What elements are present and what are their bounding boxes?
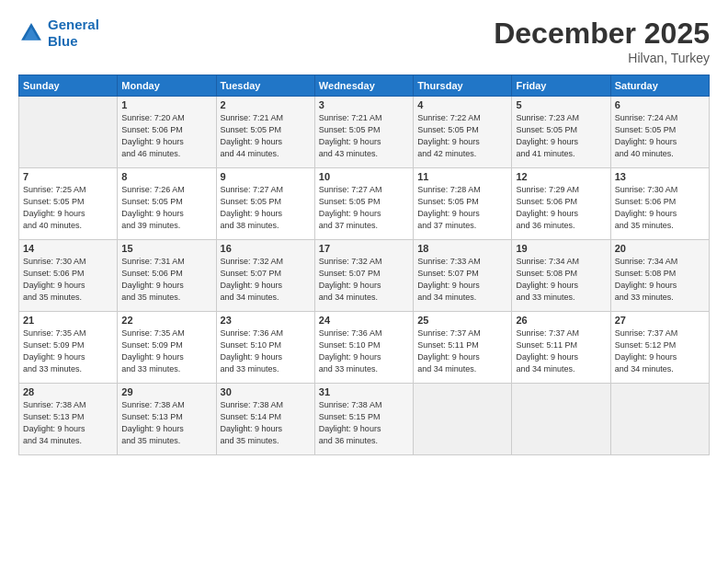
week-row-1: 1Sunrise: 7:20 AM Sunset: 5:06 PM Daylig… (19, 97, 710, 168)
cell-content: Sunrise: 7:30 AM Sunset: 5:06 PM Dayligh… (615, 184, 705, 232)
cell-content: Sunrise: 7:23 AM Sunset: 5:05 PM Dayligh… (516, 112, 606, 160)
day-number: 21 (23, 315, 113, 326)
day-number: 19 (516, 243, 606, 254)
col-sunday: Sunday (19, 75, 118, 97)
cell-content: Sunrise: 7:37 AM Sunset: 5:11 PM Dayligh… (516, 327, 606, 375)
col-tuesday: Tuesday (216, 75, 314, 97)
cell-content: Sunrise: 7:29 AM Sunset: 5:06 PM Dayligh… (516, 184, 606, 232)
calendar-cell (610, 384, 709, 455)
calendar-cell: 2Sunrise: 7:21 AM Sunset: 5:05 PM Daylig… (216, 97, 314, 168)
col-monday: Monday (118, 75, 216, 97)
logo-line1: General (48, 17, 99, 32)
cell-content: Sunrise: 7:37 AM Sunset: 5:11 PM Dayligh… (417, 327, 507, 375)
cell-content: Sunrise: 7:36 AM Sunset: 5:10 PM Dayligh… (221, 327, 311, 375)
day-number: 24 (319, 315, 409, 326)
day-number: 2 (221, 99, 311, 110)
calendar-cell: 20Sunrise: 7:34 AM Sunset: 5:08 PM Dayli… (610, 240, 709, 312)
cell-content: Sunrise: 7:38 AM Sunset: 5:13 PM Dayligh… (121, 399, 211, 447)
week-row-4: 21Sunrise: 7:35 AM Sunset: 5:09 PM Dayli… (19, 312, 710, 384)
cell-content: Sunrise: 7:22 AM Sunset: 5:05 PM Dayligh… (417, 112, 507, 160)
cell-content: Sunrise: 7:25 AM Sunset: 5:05 PM Dayligh… (23, 184, 113, 232)
col-wednesday: Wednesday (314, 75, 413, 97)
page: General Blue December 2025 Hilvan, Turke… (0, 0, 728, 563)
day-number: 12 (516, 171, 606, 182)
cell-content: Sunrise: 7:36 AM Sunset: 5:10 PM Dayligh… (319, 327, 409, 375)
cell-content: Sunrise: 7:35 AM Sunset: 5:09 PM Dayligh… (23, 327, 113, 375)
calendar-cell: 16Sunrise: 7:32 AM Sunset: 5:07 PM Dayli… (216, 240, 314, 312)
cell-content: Sunrise: 7:38 AM Sunset: 5:14 PM Dayligh… (221, 399, 311, 447)
calendar-cell: 7Sunrise: 7:25 AM Sunset: 5:05 PM Daylig… (19, 168, 118, 240)
cell-content: Sunrise: 7:34 AM Sunset: 5:08 PM Dayligh… (615, 256, 705, 304)
day-number: 17 (319, 243, 409, 254)
cell-content: Sunrise: 7:33 AM Sunset: 5:07 PM Dayligh… (417, 256, 507, 304)
day-number: 13 (615, 171, 705, 182)
calendar-cell: 17Sunrise: 7:32 AM Sunset: 5:07 PM Dayli… (314, 240, 413, 312)
logo-text: General Blue (48, 17, 99, 50)
cell-content: Sunrise: 7:32 AM Sunset: 5:07 PM Dayligh… (319, 256, 409, 304)
col-friday: Friday (512, 75, 610, 97)
week-row-5: 28Sunrise: 7:38 AM Sunset: 5:13 PM Dayli… (19, 384, 710, 455)
cell-content: Sunrise: 7:21 AM Sunset: 5:05 PM Dayligh… (319, 112, 409, 160)
day-number: 11 (417, 171, 507, 182)
cell-content: Sunrise: 7:38 AM Sunset: 5:13 PM Dayligh… (23, 399, 113, 447)
cell-content: Sunrise: 7:32 AM Sunset: 5:07 PM Dayligh… (221, 256, 311, 304)
day-number: 22 (121, 315, 211, 326)
day-number: 8 (121, 171, 211, 182)
calendar-cell: 31Sunrise: 7:38 AM Sunset: 5:15 PM Dayli… (314, 384, 413, 455)
calendar-cell (414, 384, 512, 455)
cell-content: Sunrise: 7:20 AM Sunset: 5:06 PM Dayligh… (121, 112, 211, 160)
calendar-cell: 11Sunrise: 7:28 AM Sunset: 5:05 PM Dayli… (414, 168, 512, 240)
cell-content: Sunrise: 7:21 AM Sunset: 5:05 PM Dayligh… (221, 112, 311, 160)
logo-line2: Blue (48, 33, 78, 49)
week-row-2: 7Sunrise: 7:25 AM Sunset: 5:05 PM Daylig… (19, 168, 710, 240)
calendar-cell: 28Sunrise: 7:38 AM Sunset: 5:13 PM Dayli… (19, 384, 118, 455)
day-number: 18 (417, 243, 507, 254)
calendar-cell: 21Sunrise: 7:35 AM Sunset: 5:09 PM Dayli… (19, 312, 118, 384)
calendar-cell: 22Sunrise: 7:35 AM Sunset: 5:09 PM Dayli… (118, 312, 216, 384)
calendar-cell (512, 384, 610, 455)
month-title: December 2025 (494, 17, 710, 51)
calendar-cell: 13Sunrise: 7:30 AM Sunset: 5:06 PM Dayli… (610, 168, 709, 240)
calendar-cell: 18Sunrise: 7:33 AM Sunset: 5:07 PM Dayli… (414, 240, 512, 312)
calendar-cell: 4Sunrise: 7:22 AM Sunset: 5:05 PM Daylig… (414, 97, 512, 168)
col-thursday: Thursday (414, 75, 512, 97)
calendar-cell: 25Sunrise: 7:37 AM Sunset: 5:11 PM Dayli… (414, 312, 512, 384)
calendar-cell: 24Sunrise: 7:36 AM Sunset: 5:10 PM Dayli… (314, 312, 413, 384)
day-number: 9 (221, 171, 311, 182)
day-number: 27 (615, 315, 705, 326)
day-number: 25 (417, 315, 507, 326)
cell-content: Sunrise: 7:27 AM Sunset: 5:05 PM Dayligh… (221, 184, 311, 232)
cell-content: Sunrise: 7:27 AM Sunset: 5:05 PM Dayligh… (319, 184, 409, 232)
day-number: 1 (121, 99, 211, 110)
title-block: December 2025 Hilvan, Turkey (494, 17, 710, 65)
cell-content: Sunrise: 7:34 AM Sunset: 5:08 PM Dayligh… (516, 256, 606, 304)
day-number: 4 (417, 99, 507, 110)
cell-content: Sunrise: 7:35 AM Sunset: 5:09 PM Dayligh… (121, 327, 211, 375)
calendar-cell: 14Sunrise: 7:30 AM Sunset: 5:06 PM Dayli… (19, 240, 118, 312)
calendar-cell: 26Sunrise: 7:37 AM Sunset: 5:11 PM Dayli… (512, 312, 610, 384)
logo-icon (18, 20, 44, 46)
cell-content: Sunrise: 7:30 AM Sunset: 5:06 PM Dayligh… (23, 256, 113, 304)
cell-content: Sunrise: 7:38 AM Sunset: 5:15 PM Dayligh… (319, 399, 409, 447)
col-saturday: Saturday (610, 75, 709, 97)
calendar-cell: 30Sunrise: 7:38 AM Sunset: 5:14 PM Dayli… (216, 384, 314, 455)
day-number: 20 (615, 243, 705, 254)
day-number: 6 (615, 99, 705, 110)
location-subtitle: Hilvan, Turkey (494, 51, 710, 65)
calendar-cell: 10Sunrise: 7:27 AM Sunset: 5:05 PM Dayli… (314, 168, 413, 240)
day-number: 16 (221, 243, 311, 254)
calendar-cell: 27Sunrise: 7:37 AM Sunset: 5:12 PM Dayli… (610, 312, 709, 384)
calendar-cell: 19Sunrise: 7:34 AM Sunset: 5:08 PM Dayli… (512, 240, 610, 312)
calendar-cell: 23Sunrise: 7:36 AM Sunset: 5:10 PM Dayli… (216, 312, 314, 384)
calendar-table: Sunday Monday Tuesday Wednesday Thursday… (18, 75, 710, 455)
day-number: 14 (23, 243, 113, 254)
week-row-3: 14Sunrise: 7:30 AM Sunset: 5:06 PM Dayli… (19, 240, 710, 312)
day-number: 15 (121, 243, 211, 254)
header: General Blue December 2025 Hilvan, Turke… (18, 17, 710, 65)
calendar-cell: 8Sunrise: 7:26 AM Sunset: 5:05 PM Daylig… (118, 168, 216, 240)
day-number: 7 (23, 171, 113, 182)
day-number: 30 (221, 386, 311, 397)
calendar-cell: 5Sunrise: 7:23 AM Sunset: 5:05 PM Daylig… (512, 97, 610, 168)
cell-content: Sunrise: 7:28 AM Sunset: 5:05 PM Dayligh… (417, 184, 507, 232)
day-number: 23 (221, 315, 311, 326)
